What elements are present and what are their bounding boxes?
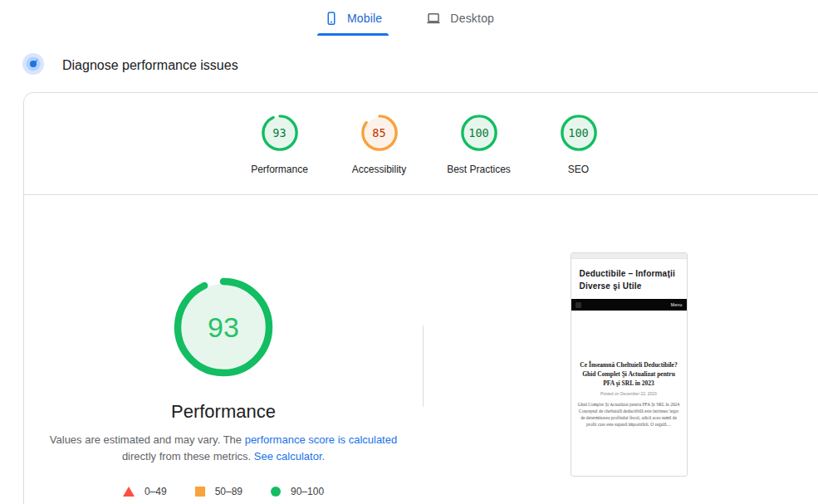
performance-insight-icon bbox=[22, 53, 44, 78]
legend-item-fail: 0–49 bbox=[123, 486, 167, 497]
thumbnail-site-heading: Deductibile – Informaţii Diverse şi Util… bbox=[571, 259, 687, 299]
thumbnail-posted-date: Posted on December 22, 2023 bbox=[571, 391, 687, 396]
note-text: directly from these metrics. bbox=[122, 450, 254, 462]
tab-desktop[interactable]: Desktop bbox=[419, 6, 501, 36]
seo-score-value: 100 bbox=[560, 114, 598, 152]
site-logo bbox=[576, 302, 581, 308]
tab-mobile-label: Mobile bbox=[347, 12, 382, 25]
thumbnail-nav-bar: Menu bbox=[571, 299, 687, 311]
category-summary-row: 93 Performance 85 Accessibility 100 bbox=[24, 93, 818, 175]
performance-main-score: 93 bbox=[174, 277, 273, 377]
performance-note: Values are estimated and may vary. The p… bbox=[42, 432, 405, 465]
legend-range-average: 50–89 bbox=[215, 486, 242, 497]
performance-section-title: Performance bbox=[171, 401, 276, 423]
screenshot-column: Deductibile – Informaţii Diverse şi Util… bbox=[424, 195, 818, 477]
tab-desktop-label: Desktop bbox=[450, 12, 494, 25]
average-square-icon bbox=[195, 487, 205, 497]
note-text: Values are estimated and may vary. The bbox=[50, 433, 245, 446]
performance-score-gauge: 93 bbox=[261, 114, 299, 152]
best-practices-score-value: 100 bbox=[460, 114, 498, 152]
summary-gauge-accessibility[interactable]: 85 Accessibility bbox=[330, 114, 429, 175]
legend-range-fail: 0–49 bbox=[144, 486, 167, 497]
performance-main-gauge: 93 bbox=[174, 277, 273, 377]
performance-section: 93 Performance Values are estimated and … bbox=[24, 195, 818, 497]
summary-gauge-seo[interactable]: 100 SEO bbox=[529, 114, 629, 175]
phone-icon bbox=[324, 11, 339, 26]
summary-gauge-best-practices[interactable]: 100 Best Practices bbox=[429, 114, 529, 175]
performance-score-value: 93 bbox=[261, 114, 299, 152]
thumbnail-page-body: Ce Înseamnă Cheltuieli Deductibile? Ghid… bbox=[571, 311, 687, 428]
accessibility-score-value: 85 bbox=[360, 114, 399, 152]
pass-circle-icon bbox=[271, 487, 281, 497]
thumbnail-browser-bar bbox=[571, 253, 687, 259]
diagnose-section-header: Diagnose performance issues bbox=[22, 53, 818, 78]
accessibility-category-label: Accessibility bbox=[352, 164, 406, 175]
seo-category-label: SEO bbox=[568, 164, 589, 175]
page-screenshot-thumbnail: Deductibile – Informaţii Diverse şi Util… bbox=[571, 252, 688, 477]
score-legend: 0–49 50–89 90–100 bbox=[123, 486, 324, 497]
legend-item-average: 50–89 bbox=[195, 486, 242, 497]
best-practices-score-gauge: 100 bbox=[460, 114, 498, 152]
seo-score-gauge: 100 bbox=[560, 114, 598, 152]
legend-range-pass: 90–100 bbox=[291, 486, 324, 497]
device-tabbar: Mobile Desktop bbox=[0, 0, 818, 36]
thumbnail-menu-label: Menu bbox=[671, 302, 683, 307]
thumbnail-article-title: Ce Înseamnă Cheltuieli Deductibile? Ghid… bbox=[571, 360, 687, 388]
legend-item-pass: 90–100 bbox=[271, 486, 324, 497]
performance-category-label: Performance bbox=[251, 164, 308, 175]
accessibility-score-gauge: 85 bbox=[360, 114, 399, 152]
performance-summary-column: 93 Performance Values are estimated and … bbox=[24, 195, 423, 497]
laptop-icon bbox=[425, 11, 442, 26]
fail-triangle-icon bbox=[123, 487, 135, 497]
lighthouse-report-card: 93 Performance 85 Accessibility 100 bbox=[23, 92, 818, 504]
score-calculation-link[interactable]: performance score is calculated bbox=[245, 433, 398, 446]
thumbnail-article-excerpt: Ghid Complet Şi Actualizat pentru PFA Şi… bbox=[571, 401, 687, 428]
see-calculator-link[interactable]: See calculator. bbox=[254, 450, 325, 462]
section-title: Diagnose performance issues bbox=[62, 58, 238, 73]
summary-gauge-performance[interactable]: 93 Performance bbox=[230, 114, 330, 175]
active-tab-underline bbox=[317, 33, 389, 36]
best-practices-category-label: Best Practices bbox=[447, 164, 511, 175]
tab-mobile[interactable]: Mobile bbox=[317, 6, 389, 36]
